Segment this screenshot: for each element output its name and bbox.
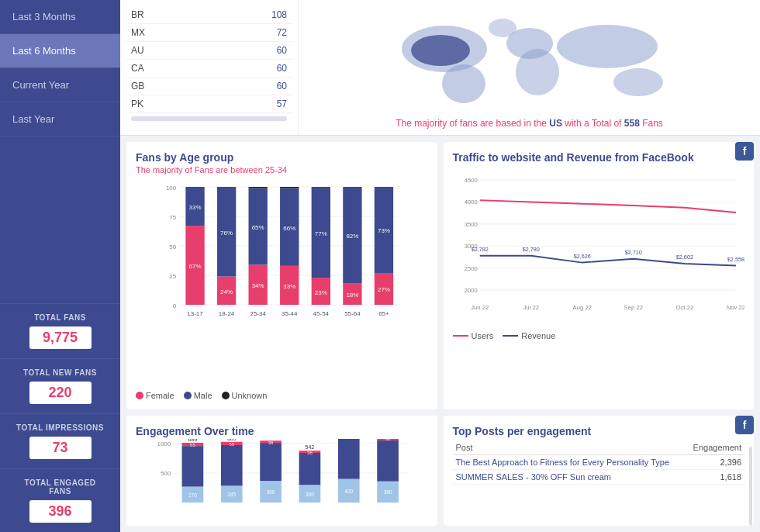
svg-text:73%: 73% (378, 227, 390, 234)
country-value: 60 (206, 78, 292, 95)
svg-rect-38 (280, 187, 299, 188)
posts-table: PostEngagementThe Best Approach to Fitne… (453, 440, 745, 485)
posts-scrollbar[interactable] (749, 447, 752, 526)
sidebar-item[interactable]: Last 6 Months (0, 34, 120, 68)
post-title[interactable]: SUMMER SALES - 30% OFF Sun cream (453, 470, 687, 485)
svg-text:Oct 22: Oct 22 (675, 304, 693, 311)
map-country: US (549, 118, 562, 129)
traffic-chart-card: f Traffic to website and Revenue from Fa… (444, 142, 755, 409)
facebook-icon: f (735, 142, 754, 161)
age-chart-title: Fans by Age group (136, 151, 428, 164)
svg-text:75: 75 (169, 214, 176, 221)
svg-text:$2,558: $2,558 (727, 256, 744, 263)
svg-text:$2,626: $2,626 (573, 253, 590, 260)
svg-rect-84 (182, 446, 204, 486)
stat-block: TOTAL ENGAGED FANS396 (0, 468, 120, 532)
top-posts-card: f Top Posts per engagement PostEngagemen… (444, 416, 755, 526)
charts-row: Fans by Age group The majority of Fans a… (120, 136, 760, 416)
post-row: The Best Approach to Fitness for Every P… (453, 455, 745, 470)
svg-text:689: 689 (188, 439, 198, 442)
svg-text:285: 285 (227, 492, 236, 497)
post-title[interactable]: The Best Approach to Fitness for Every P… (453, 455, 687, 470)
svg-text:$2,602: $2,602 (675, 254, 693, 261)
age-chart-subtitle: The majority of Fans are between 25-34 (136, 165, 428, 174)
main-content: BR108MX72AU60CA60GB60PK57 (120, 0, 760, 532)
legend-dot (136, 392, 143, 399)
post-row: SUMMER SALES - 30% OFF Sun cream1,618 (453, 470, 745, 485)
traffic-chart-legend: UsersRevenue (453, 331, 745, 340)
svg-point-6 (411, 35, 470, 66)
engagement-card: Engagement Over time 5001000689552706895… (126, 416, 437, 526)
sidebar-nav: Last 3 MonthsLast 6 MonthsCurrent YearLa… (0, 0, 120, 136)
sidebar-item[interactable]: Current Year (0, 68, 120, 102)
country-code: PK (126, 95, 206, 113)
svg-text:38: 38 (307, 451, 313, 455)
stat-label: TOTAL NEW FANS (12, 368, 108, 377)
traffic-legend-item: Users (453, 331, 494, 340)
svg-point-3 (516, 49, 559, 95)
country-scrollbar[interactable] (131, 116, 287, 121)
svg-text:18%: 18% (346, 292, 358, 299)
svg-text:65%: 65% (252, 224, 264, 231)
svg-rect-32 (249, 187, 268, 188)
svg-text:50: 50 (169, 244, 176, 250)
svg-text:100: 100 (166, 185, 177, 192)
legend-label: Unknown (232, 391, 268, 400)
sidebar-stats: TOTAL FANS9,775TOTAL NEW FANS220TOTAL IM… (0, 303, 120, 532)
stat-block: TOTAL NEW FANS220 (0, 358, 120, 413)
stat-block: TOTAL IMPRESSIONS73 (0, 413, 120, 468)
svg-text:0: 0 (173, 302, 177, 309)
country-table: BR108MX72AU60CA60GB60PK57 (120, 0, 299, 135)
svg-text:Jul 22: Jul 22 (523, 304, 539, 311)
country-row: CA60 (126, 60, 292, 78)
country-value: 60 (206, 60, 292, 78)
svg-text:77%: 77% (315, 230, 327, 237)
svg-text:34%: 34% (252, 282, 264, 289)
svg-text:82%: 82% (346, 233, 358, 240)
svg-text:35-44: 35-44 (282, 310, 298, 317)
stat-value: 220 (29, 382, 92, 404)
sidebar: Last 3 MonthsLast 6 MonthsCurrent YearLa… (0, 0, 120, 532)
svg-text:67%: 67% (189, 263, 202, 270)
svg-text:23%: 23% (315, 289, 327, 296)
svg-text:38: 38 (268, 440, 274, 445)
map-section: The majority of fans are based in the US… (299, 0, 760, 135)
traffic-legend-item: Revenue (503, 331, 555, 340)
country-value: 60 (206, 42, 292, 60)
svg-text:500: 500 (161, 470, 171, 477)
svg-text:25: 25 (169, 273, 176, 280)
svg-text:$2,782: $2,782 (471, 246, 488, 253)
legend-line (453, 335, 468, 337)
svg-point-1 (442, 64, 485, 103)
stat-value: 396 (29, 500, 92, 523)
svg-text:368: 368 (267, 489, 275, 495)
svg-text:66%: 66% (283, 225, 295, 232)
map-container (311, 6, 748, 115)
svg-text:3500: 3500 (464, 221, 477, 228)
legend-dot (222, 392, 230, 399)
svg-point-7 (489, 19, 516, 37)
age-chart-legend: FemaleMaleUnknown (136, 391, 428, 400)
legend-label: Users (472, 331, 494, 340)
country-code: GB (126, 78, 206, 95)
svg-text:55: 55 (229, 442, 234, 447)
svg-rect-114 (377, 440, 399, 482)
svg-text:33%: 33% (283, 283, 295, 290)
sidebar-item[interactable]: Last 3 Months (0, 0, 120, 34)
legend-dot (184, 392, 192, 399)
legend-label: Male (194, 391, 212, 400)
svg-rect-108 (338, 439, 360, 479)
svg-text:65+: 65+ (378, 310, 389, 317)
svg-rect-102 (299, 453, 321, 485)
country-row: MX72 (126, 24, 292, 42)
map-total: 558 (624, 118, 640, 129)
posts-fb-icon: f (735, 416, 754, 434)
sidebar-item[interactable]: Last Year (0, 102, 120, 136)
svg-text:4000: 4000 (464, 199, 477, 206)
svg-text:90: 90 (385, 439, 391, 441)
stat-block: TOTAL FANS9,775 (0, 303, 120, 358)
svg-rect-96 (260, 443, 282, 481)
post-col-header: Post (453, 440, 687, 455)
svg-text:542: 542 (306, 444, 315, 450)
bottom-row: Engagement Over time 5001000689552706895… (120, 416, 760, 532)
